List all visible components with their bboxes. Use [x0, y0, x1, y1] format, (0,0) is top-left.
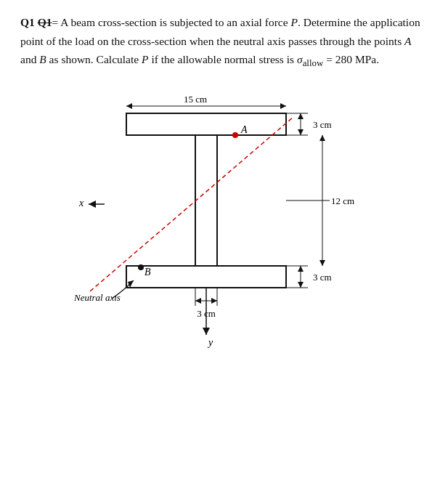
dim-3cm-bot-label: 3 cm [313, 272, 332, 283]
y-axis-label: y [206, 337, 213, 348]
svg-marker-28 [89, 200, 96, 208]
q-label: Q1 [20, 16, 38, 28]
x-axis-label: x [78, 198, 84, 208]
svg-marker-10 [298, 129, 304, 135]
svg-marker-1 [126, 103, 132, 109]
diagram-area: 15 cm 3 cm 12 cm [68, 84, 380, 353]
svg-marker-19 [298, 282, 304, 288]
svg-rect-3 [126, 113, 286, 135]
svg-rect-4 [195, 135, 217, 266]
svg-marker-9 [298, 113, 304, 119]
diagram-svg: 15 cm 3 cm 12 cm [68, 84, 380, 353]
svg-marker-26 [203, 328, 210, 335]
svg-marker-13 [319, 135, 325, 141]
dim-12cm-label: 12 cm [331, 195, 354, 206]
dim-15cm-label: 15 cm [183, 94, 206, 105]
question-text: Q1 Q1= A beam cross-section is subjected… [20, 13, 428, 71]
q-label-strikethrough: Q1 [38, 16, 52, 28]
svg-marker-24 [211, 298, 217, 304]
dim-3cm-top-label: 3 cm [313, 119, 332, 130]
svg-point-31 [138, 264, 144, 270]
svg-point-30 [232, 132, 238, 138]
svg-marker-14 [319, 260, 325, 266]
point-a-label: A [240, 124, 248, 135]
eq-sign: = [52, 16, 61, 28]
page: Q1 Q1= A beam cross-section is subjected… [0, 0, 448, 478]
svg-marker-2 [280, 103, 286, 109]
svg-marker-18 [298, 266, 304, 272]
svg-marker-23 [195, 298, 201, 304]
point-b-label: B [144, 267, 151, 278]
